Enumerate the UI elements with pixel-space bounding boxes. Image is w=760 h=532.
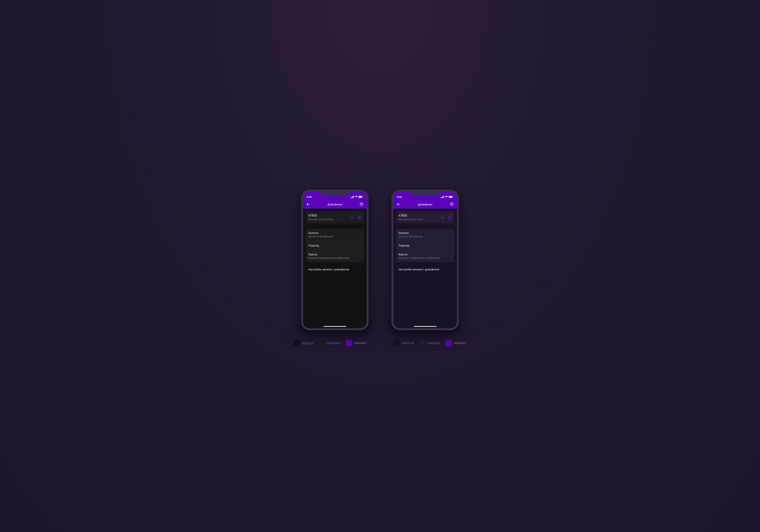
list-item-subtitle: Выход на Садовническую набережную xyxy=(309,257,350,259)
chevron-right-icon: › xyxy=(451,233,451,237)
home-indicator[interactable] xyxy=(414,326,437,327)
swatch-label: #1D1D1D xyxy=(327,341,341,345)
list-item-title: Подъезд xyxy=(399,244,409,247)
palette-purple: #1A1125 #261D32 #5B04BC xyxy=(394,340,467,346)
svg-rect-15 xyxy=(453,196,453,197)
wifi-icon xyxy=(355,196,357,198)
color-swatch xyxy=(445,340,452,346)
color-swatch xyxy=(394,340,400,346)
swatch-label: #121212 xyxy=(302,341,314,345)
list-item-subtitle: Выход на Октябрьскую xyxy=(309,235,333,238)
color-swatch xyxy=(346,340,352,346)
back-button[interactable] xyxy=(306,202,310,206)
content-area: 47858 Истекает 20.09 в 15:04 xyxy=(303,209,367,328)
battery-icon xyxy=(449,196,453,198)
screen-purple: 9:41 Домофоны 47858 xyxy=(393,192,457,328)
svg-rect-2 xyxy=(352,196,353,198)
access-code-actions xyxy=(441,216,451,219)
phone-mockup-dark: 9:41 Домофоны 47858 xyxy=(301,190,369,330)
access-code-card: 47858 Истекает 20.09 в 15:04 xyxy=(396,211,454,223)
list-item-gates[interactable]: Ворота Выход на Садовническую набережную… xyxy=(306,250,364,262)
swatch-group: #5B04BC xyxy=(445,340,467,346)
list-item-title: Калитка xyxy=(399,231,423,234)
color-swatch xyxy=(294,340,300,346)
chevron-right-icon: › xyxy=(360,267,361,271)
access-code-expiry: Истекает 20.09 в 15:04 xyxy=(309,218,332,221)
wifi-icon xyxy=(445,196,448,198)
share-button[interactable] xyxy=(350,216,354,219)
svg-rect-6 xyxy=(362,196,363,197)
list-item-gates[interactable]: Ворота Выход на Садовническую набережную… xyxy=(396,250,454,262)
history-button[interactable] xyxy=(450,202,454,206)
chevron-right-icon: › xyxy=(360,233,361,237)
access-code-actions xyxy=(350,216,361,219)
status-icons xyxy=(351,196,363,198)
access-code-expiry: Истекает 20.09 в 15:04 xyxy=(399,218,423,221)
phone-mockup-purple: 9:41 Домофоны 47858 xyxy=(391,190,459,330)
swatch-group: #261D32 xyxy=(419,340,440,346)
app-header: Домофоны xyxy=(303,200,367,209)
status-time: 9:41 xyxy=(307,196,312,198)
list-item-title: Ворота xyxy=(309,253,350,256)
list-item-subtitle: Выход на Октябрьскую xyxy=(399,235,423,238)
color-palettes: #121212 #1D1D1D #5B04BC #1A1125 #261D32 … xyxy=(294,340,467,346)
list-item-title: Подъезд xyxy=(309,244,319,247)
svg-rect-3 xyxy=(353,196,354,198)
call-settings-row[interactable]: Настройка звонков с домофонов › xyxy=(396,266,454,273)
chevron-right-icon: › xyxy=(451,254,451,258)
app-header: Домофоны xyxy=(393,200,457,209)
swatch-label: #1A1125 xyxy=(402,341,414,345)
delete-button[interactable] xyxy=(357,216,361,219)
svg-rect-12 xyxy=(444,196,444,198)
swatch-label: #5B04BC xyxy=(354,341,367,345)
header-title: Домофоны xyxy=(393,203,457,206)
screen-dark: 9:41 Домофоны 47858 xyxy=(303,192,367,328)
svg-rect-9 xyxy=(441,197,441,198)
status-icons xyxy=(441,196,453,198)
signal-icon xyxy=(351,196,354,198)
access-code-info: 47858 Истекает 20.09 в 15:04 xyxy=(399,214,423,221)
access-code-value: 47858 xyxy=(399,214,423,218)
access-code-card: 47858 Истекает 20.09 в 15:04 xyxy=(306,211,364,223)
intercom-list: Калитка Выход на Октябрьскую › Подъезд › xyxy=(306,229,364,262)
list-item-title: Ворота xyxy=(399,253,440,256)
signal-icon xyxy=(441,196,444,198)
back-button[interactable] xyxy=(396,202,401,206)
call-settings-row[interactable]: Настройка звонков с домофонов › xyxy=(306,266,364,273)
svg-rect-0 xyxy=(351,197,351,198)
chevron-right-icon: › xyxy=(360,243,361,247)
swatch-group: #1D1D1D xyxy=(319,340,341,346)
content-area: 47858 Истекает 20.09 в 15:04 xyxy=(393,209,457,328)
chevron-right-icon: › xyxy=(451,267,451,271)
chevron-right-icon: › xyxy=(360,254,361,258)
battery-icon xyxy=(358,196,363,198)
swatch-group: #1A1125 xyxy=(394,340,414,346)
chevron-right-icon: › xyxy=(451,243,451,247)
device-notch xyxy=(410,190,441,195)
swatch-label: #5B04BC xyxy=(454,341,467,345)
share-button[interactable] xyxy=(441,216,445,219)
list-item-gate[interactable]: Калитка Выход на Октябрьскую › xyxy=(396,229,454,241)
delete-button[interactable] xyxy=(448,216,451,219)
access-code-info: 47858 Истекает 20.09 в 15:04 xyxy=(309,214,332,221)
svg-rect-11 xyxy=(443,196,443,198)
status-time: 9:41 xyxy=(397,196,402,198)
swatch-group: #5B04BC xyxy=(346,340,367,346)
list-item-entrance[interactable]: Подъезд › xyxy=(306,241,364,250)
call-settings-label: Настройка звонков с домофонов xyxy=(309,268,349,271)
device-notch xyxy=(320,190,350,195)
intercom-list: Калитка Выход на Октябрьскую › Подъезд › xyxy=(396,229,454,262)
palette-dark: #121212 #1D1D1D #5B04BC xyxy=(294,340,367,346)
header-title: Домофоны xyxy=(303,203,367,206)
swatch-group: #121212 xyxy=(294,340,314,346)
list-item-title: Калитка xyxy=(309,231,333,234)
color-swatch xyxy=(319,340,325,346)
list-item-gate[interactable]: Калитка Выход на Октябрьскую › xyxy=(306,229,364,241)
color-swatch xyxy=(419,340,426,346)
home-indicator[interactable] xyxy=(324,326,346,327)
history-button[interactable] xyxy=(359,202,364,206)
svg-rect-10 xyxy=(442,197,442,198)
call-settings-label: Настройка звонков с домофонов xyxy=(399,268,439,271)
list-item-entrance[interactable]: Подъезд › xyxy=(396,241,454,250)
svg-rect-14 xyxy=(449,196,452,198)
